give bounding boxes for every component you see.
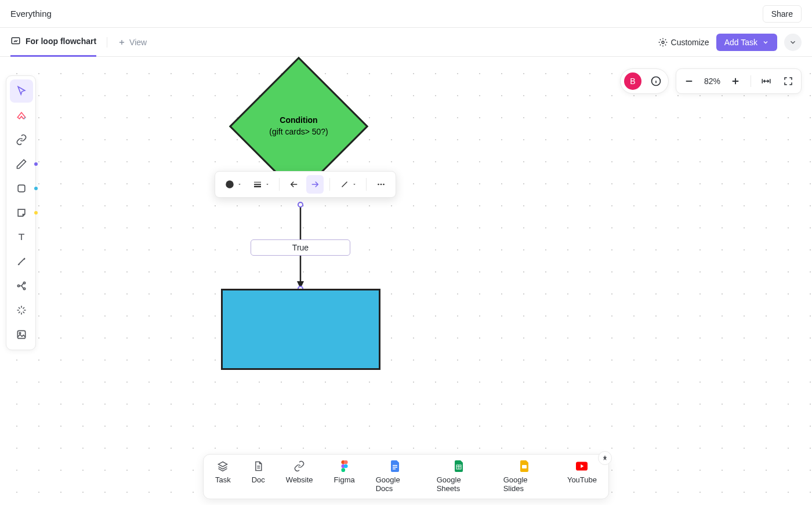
collaborators-group: B [620, 68, 669, 94]
bottom-insert-bar: Task Doc Website Figma Google Docs Googl… [203, 454, 609, 499]
youtube-icon [576, 460, 588, 472]
ai-tool[interactable] [10, 299, 33, 322]
svg-rect-31 [522, 465, 527, 468]
doc-icon [252, 460, 264, 472]
pen-tool[interactable] [10, 152, 33, 176]
tab-for-loop-flowchart[interactable]: For loop flowchart [10, 28, 96, 57]
link-icon [293, 460, 305, 472]
svg-point-10 [383, 184, 385, 186]
connector-label-input[interactable]: True [251, 239, 350, 256]
customize-button[interactable]: Customize [658, 38, 709, 47]
svg-point-14 [23, 282, 25, 284]
text-tool[interactable] [10, 226, 33, 249]
shape-tool[interactable] [10, 177, 33, 200]
add-view-label: View [129, 38, 147, 47]
arrow-start-button[interactable] [285, 175, 303, 194]
fullscreen-button[interactable] [781, 74, 795, 88]
tab-label: For loop flowchart [26, 37, 96, 46]
caret-down-icon [352, 182, 357, 187]
mindmap-icon [16, 280, 27, 292]
info-button[interactable] [647, 72, 665, 90]
svg-line-7 [342, 182, 347, 187]
google-docs-icon [390, 460, 401, 472]
line-weight-button[interactable] [249, 175, 273, 194]
insert-youtube[interactable]: YouTube [567, 460, 597, 493]
clickup-tool[interactable]: + [10, 104, 33, 127]
insert-google-docs[interactable]: Google Docs [376, 460, 416, 493]
svg-point-15 [23, 288, 25, 289]
connector-handle-top[interactable] [298, 202, 303, 208]
layers-icon [217, 460, 229, 472]
sticky-note-tool[interactable] [10, 201, 33, 224]
insert-doc[interactable]: Doc [252, 460, 265, 493]
svg-rect-25 [393, 465, 397, 466]
pin-icon [601, 455, 608, 462]
line-style-button[interactable] [336, 175, 360, 194]
insert-website[interactable]: Website [286, 460, 313, 493]
figma-icon [339, 460, 350, 472]
select-tool[interactable] [10, 79, 33, 103]
svg-point-9 [380, 184, 382, 186]
zoom-out-button[interactable] [682, 74, 696, 88]
svg-point-23 [344, 464, 348, 468]
tab-divider [107, 37, 107, 48]
svg-point-1 [662, 41, 664, 43]
dots-horizontal-icon [376, 179, 386, 190]
svg-rect-27 [393, 468, 396, 470]
tabs-left: For loop flowchart View [10, 28, 147, 57]
caret-down-icon [237, 182, 242, 187]
line-diagonal-icon [339, 179, 350, 190]
svg-rect-26 [393, 467, 397, 468]
svg-point-13 [17, 285, 19, 286]
line-color-button[interactable] [221, 175, 245, 194]
insert-figma[interactable]: Figma [334, 460, 355, 493]
tabs-row: For loop flowchart View Customize Add Ta… [0, 28, 812, 57]
mindmap-tool[interactable] [10, 274, 33, 297]
add-view-button[interactable]: View [118, 38, 147, 47]
insert-task[interactable]: Task [215, 460, 231, 493]
canvas-controls: B 82% [620, 68, 802, 94]
zoom-in-button[interactable] [728, 74, 742, 88]
add-task-button[interactable]: Add Task [716, 34, 777, 51]
expand-button[interactable] [784, 34, 802, 51]
image-icon [16, 329, 27, 340]
left-toolbar: + [6, 75, 36, 350]
chevron-down-icon [762, 39, 769, 46]
google-sheets-icon [454, 460, 465, 472]
svg-point-8 [378, 184, 379, 186]
image-tool[interactable] [10, 323, 33, 346]
svg-point-3 [226, 180, 234, 188]
svg-rect-16 [17, 330, 25, 338]
link-icon [16, 134, 27, 146]
insert-google-sheets[interactable]: Google Sheets [437, 460, 483, 493]
connector-toolbar [215, 171, 396, 198]
fit-width-button[interactable] [759, 74, 773, 88]
svg-point-21 [344, 460, 348, 464]
google-slides-icon [519, 460, 531, 472]
lines-icon [252, 179, 263, 190]
plus-icon [118, 38, 126, 46]
more-options-button[interactable] [372, 175, 390, 194]
connector-tool[interactable] [10, 250, 33, 273]
gear-icon [658, 38, 668, 47]
caret-down-icon [265, 182, 270, 187]
user-avatar[interactable]: B [624, 72, 641, 90]
arrow-end-button[interactable] [306, 175, 324, 194]
share-button[interactable]: Share [763, 5, 802, 23]
arrow-right-icon [310, 179, 320, 190]
condition-text: Condition (gift cards> 50?) [229, 115, 368, 137]
insert-google-slides[interactable]: Google Slides [503, 460, 546, 493]
pin-button[interactable] [598, 451, 612, 465]
flowchart-process-node[interactable] [221, 289, 380, 370]
tabs-right: Customize Add Task [658, 34, 802, 51]
zoom-level[interactable]: 82% [704, 77, 720, 86]
zoom-controls: 82% [676, 68, 802, 94]
link-tool[interactable] [10, 128, 33, 151]
customize-label: Customize [671, 38, 709, 47]
whiteboard-icon [10, 36, 21, 46]
pen-icon [16, 158, 27, 170]
sticky-note-icon [16, 207, 27, 219]
square-icon [16, 183, 27, 194]
svg-rect-12 [18, 185, 25, 192]
whiteboard-canvas[interactable]: Condition (gift cards> 50?) True [0, 57, 812, 505]
